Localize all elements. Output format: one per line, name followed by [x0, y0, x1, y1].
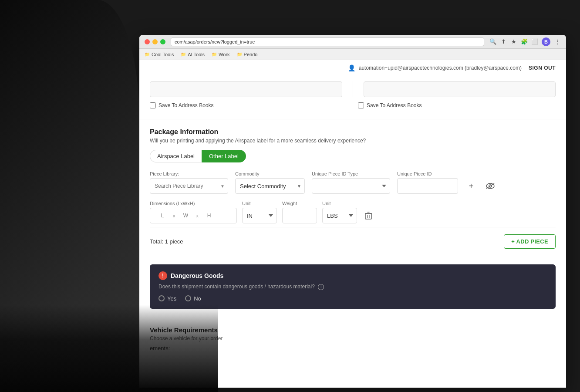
package-section: Package Information Will you be printing…: [139, 119, 566, 264]
add-piece-button[interactable]: + ADD PIECE: [504, 234, 556, 249]
unique-piece-id-type-select[interactable]: [312, 178, 390, 194]
more-options-icon[interactable]: ⋮: [554, 38, 561, 45]
dangerous-goods-no-radio[interactable]: [185, 295, 191, 301]
dangerous-goods-title: Dangerous Goods: [171, 272, 223, 279]
view-piece-ids-button[interactable]: [484, 180, 496, 192]
folder-icon: 📁: [212, 52, 217, 57]
commodity-select-wrapper: Select Commodity ▼: [235, 178, 305, 194]
bookmark-cool-tools[interactable]: 📁 Cool Tools: [145, 52, 174, 57]
user-email: automation+upid@airspacetechnologies.com…: [359, 65, 522, 71]
from-save-address-label: Save To Address Books: [158, 102, 214, 108]
dimensions-group: Dimensions (LxWxH) x x: [150, 201, 237, 223]
piece-form-row: Piece Library: ▼ Commodity Select Commod…: [150, 171, 556, 194]
extension-icon[interactable]: 🧩: [521, 38, 528, 45]
from-address-input-bar: [150, 81, 342, 97]
weight-unit-select[interactable]: LBS KG: [322, 208, 357, 223]
package-section-subtitle: Will you be printing and applying the Ai…: [150, 138, 556, 144]
label-toggle: Airspace Label Other Label: [150, 150, 556, 162]
unique-piece-id-type-group: Unique Piece ID Type: [312, 171, 390, 194]
star-icon[interactable]: ★: [510, 38, 517, 45]
commodity-select[interactable]: Select Commodity: [235, 178, 305, 194]
address-row: [150, 76, 556, 102]
to-save-address-checkbox[interactable]: [358, 102, 364, 108]
dangerous-goods-icon: !: [158, 271, 167, 280]
piece-library-input[interactable]: [150, 178, 228, 194]
browser-toolbar-icons: 🔍 ⬆ ★ 🧩 ⬜ B ⋮: [489, 37, 561, 46]
dangerous-goods-yes-label[interactable]: Yes: [158, 295, 176, 302]
page-header: 👤 automation+upid@airspacetechnologies.c…: [139, 60, 566, 76]
bookmark-pendo[interactable]: 📁 Pendo: [237, 52, 258, 57]
piece-library-chevron-icon: ▼: [220, 184, 225, 189]
weight-group: Weight: [282, 201, 317, 223]
unique-piece-id-group: Unique Piece ID: [397, 171, 458, 194]
weight-unit-group: Unit LBS KG: [322, 201, 357, 223]
piece-library-group: Piece Library: ▼: [150, 171, 228, 194]
address-separator: [353, 81, 353, 97]
folder-icon: 📁: [237, 52, 242, 57]
dangerous-goods-no-label[interactable]: No: [185, 295, 201, 302]
from-address-block: [150, 81, 342, 97]
weight-input[interactable]: [282, 208, 317, 223]
total-pieces-label: Total: 1 piece: [150, 238, 183, 245]
share-icon[interactable]: ⬆: [500, 38, 507, 45]
commodity-label: Commodity: [235, 171, 305, 176]
package-section-title: Package Information: [150, 128, 556, 136]
dim-separator-2: x: [196, 213, 199, 218]
total-pieces-row: Total: 1 piece + ADD PIECE: [150, 227, 556, 256]
dimensions-input-wrapper: x x: [150, 208, 237, 223]
to-address-block: [364, 81, 556, 97]
to-save-address-label: Save To Address Books: [367, 102, 422, 108]
from-save-address-row: Save To Address Books: [150, 102, 347, 114]
commodity-group: Commodity Select Commodity ▼: [235, 171, 305, 194]
bookmark-ai-tools[interactable]: 📁 AI Tools: [181, 52, 205, 57]
dangerous-goods-info-icon[interactable]: i: [318, 284, 324, 290]
dimension-w-input[interactable]: [177, 213, 195, 219]
dangerous-goods-subtitle: Does this shipment contain dangerous goo…: [158, 284, 547, 290]
dangerous-goods-radio-row: Yes No: [158, 295, 547, 302]
folder-icon: 📁: [181, 52, 186, 57]
dangerous-goods-section: ! Dangerous Goods Does this shipment con…: [150, 264, 556, 309]
bookmarks-bar: 📁 Cool Tools 📁 AI Tools 📁 Work 📁 Pendo: [139, 49, 566, 60]
bookmark-work[interactable]: 📁 Work: [212, 52, 229, 57]
dangerous-goods-yes-radio[interactable]: [158, 295, 165, 301]
dimension-unit-group: Unit IN CM: [242, 201, 277, 223]
zoom-icon[interactable]: 🔍: [489, 38, 496, 45]
piece-library-label: Piece Library:: [150, 171, 228, 176]
svg-rect-3: [365, 213, 371, 219]
browser-maximize-btn[interactable]: [160, 39, 165, 44]
dimension-l-input[interactable]: [154, 213, 171, 219]
address-section: Save To Address Books Save To Address Bo…: [139, 76, 566, 119]
from-save-address-checkbox[interactable]: [150, 102, 156, 108]
weight-label: Weight: [282, 201, 317, 206]
dimensions-label: Dimensions (LxWxH): [150, 201, 237, 206]
dimensions-form-row: Dimensions (LxWxH) x x Unit IN CM: [150, 201, 556, 223]
dimension-unit-label: Unit: [242, 201, 277, 206]
browser-minimize-btn[interactable]: [152, 39, 158, 44]
dimension-h-input[interactable]: [200, 213, 218, 219]
to-address-input-bar: [364, 81, 556, 97]
dark-overlay-bottom: [0, 305, 218, 392]
to-save-address-row: Save To Address Books: [358, 102, 556, 114]
sign-out-button[interactable]: SIGN OUT: [529, 65, 556, 71]
folder-icon: 📁: [145, 52, 150, 57]
tab-icon[interactable]: ⬜: [531, 38, 538, 45]
browser-user-avatar[interactable]: B: [542, 37, 550, 46]
unique-piece-id-input[interactable]: [397, 178, 458, 194]
browser-chrome: com/asap/orders/new?logged_in=true 🔍 ⬆ ★…: [139, 35, 566, 49]
delete-piece-button[interactable]: [362, 210, 374, 222]
address-bar[interactable]: com/asap/orders/new?logged_in=true: [171, 37, 484, 46]
unique-piece-id-label: Unique Piece ID: [397, 171, 458, 176]
unique-piece-id-type-label: Unique Piece ID Type: [312, 171, 390, 176]
browser-close-btn[interactable]: [145, 39, 150, 44]
dimension-unit-select[interactable]: IN CM: [242, 208, 277, 223]
dim-separator-1: x: [173, 213, 175, 218]
dangerous-goods-header: ! Dangerous Goods: [158, 271, 547, 280]
user-info: 👤 automation+upid@airspacetechnologies.c…: [348, 64, 522, 71]
add-piece-id-button[interactable]: +: [465, 180, 477, 192]
user-icon: 👤: [348, 64, 355, 71]
other-label-button[interactable]: Other Label: [202, 150, 246, 162]
airspace-label-button[interactable]: Airspace Label: [150, 150, 202, 162]
weight-unit-label: Unit: [322, 201, 357, 206]
piece-library-input-wrapper: ▼: [150, 178, 228, 194]
